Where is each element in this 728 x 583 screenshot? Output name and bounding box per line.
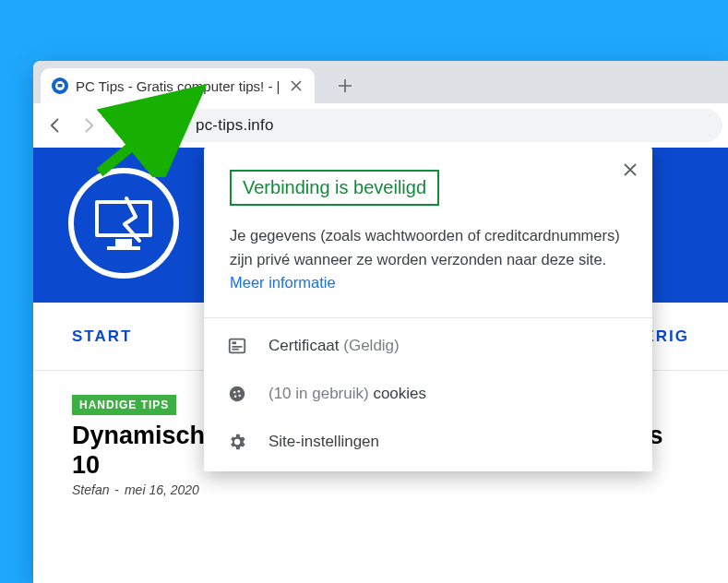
url-text: pc-tips.info — [196, 116, 274, 135]
new-tab-button[interactable] — [331, 72, 359, 100]
svg-point-4 — [230, 386, 245, 401]
popover-header: Verbinding is beveiligd — [204, 148, 652, 219]
monitor-icon — [95, 200, 152, 246]
gear-icon — [226, 431, 248, 453]
close-tab-button[interactable] — [289, 78, 304, 93]
tab-strip: PC Tips - Gratis computer tips! - | — [33, 61, 728, 103]
popover-body-text: Je gegevens (zoals wachtwoorden of credi… — [230, 227, 620, 268]
byline: Stefan - mei 16, 2020 — [72, 482, 689, 497]
cookie-icon — [226, 383, 248, 405]
browser-tab[interactable]: PC Tips - Gratis computer tips! - | — [41, 68, 315, 103]
close-popover-button[interactable] — [617, 157, 643, 183]
popover-description: Je gegevens (zoals wachtwoorden of credi… — [204, 219, 652, 314]
site-settings-item[interactable]: Site-instellingen — [204, 418, 652, 466]
site-info-button[interactable] — [157, 113, 188, 137]
popover-menu: Certificaat (Geldig) (10 in gebruik) coo… — [204, 322, 652, 466]
certificate-label: Certificaat (Geldig) — [269, 337, 400, 355]
svg-rect-3 — [233, 341, 237, 344]
site-settings-label: Site-instellingen — [269, 433, 379, 451]
toolbar: pc-tips.info — [33, 103, 728, 148]
svg-point-8 — [234, 395, 236, 397]
author[interactable]: Stefan — [72, 482, 109, 497]
svg-point-7 — [239, 394, 241, 396]
favicon-icon — [52, 77, 68, 94]
certificate-icon — [226, 335, 248, 357]
browser-window: PC Tips - Gratis computer tips! - | pc-t… — [33, 61, 728, 583]
svg-point-5 — [233, 391, 235, 393]
page-content: START OVERIG HANDIGE TIPS Dynamisch verg… — [33, 148, 728, 583]
back-button[interactable] — [39, 109, 72, 142]
category-badge[interactable]: HANDIGE TIPS — [72, 395, 176, 415]
more-info-link[interactable]: Meer informatie — [230, 274, 336, 291]
forward-button[interactable] — [72, 109, 105, 142]
nav-item-start[interactable]: START — [72, 327, 132, 346]
connection-secure-badge: Verbinding is beveiligd — [230, 170, 439, 206]
reload-button[interactable] — [105, 109, 138, 142]
svg-rect-1 — [58, 84, 63, 88]
certificate-item[interactable]: Certificaat (Geldig) — [204, 322, 652, 370]
site-info-popover: Verbinding is beveiligd Je gegevens (zoa… — [204, 148, 652, 471]
publish-date: mei 16, 2020 — [125, 482, 199, 497]
cookies-label: (10 in gebruik) cookies — [269, 385, 426, 403]
address-bar[interactable]: pc-tips.info — [148, 109, 722, 142]
svg-point-6 — [238, 390, 240, 392]
certificate-status: (Geldig) — [343, 337, 399, 354]
tab-title: PC Tips - Gratis computer tips! - | — [76, 78, 280, 94]
lock-icon — [166, 119, 179, 132]
cookies-item[interactable]: (10 in gebruik) cookies — [204, 370, 652, 418]
cookies-count: (10 in gebruik) — [269, 385, 369, 402]
site-logo — [68, 168, 179, 279]
divider — [204, 317, 652, 318]
